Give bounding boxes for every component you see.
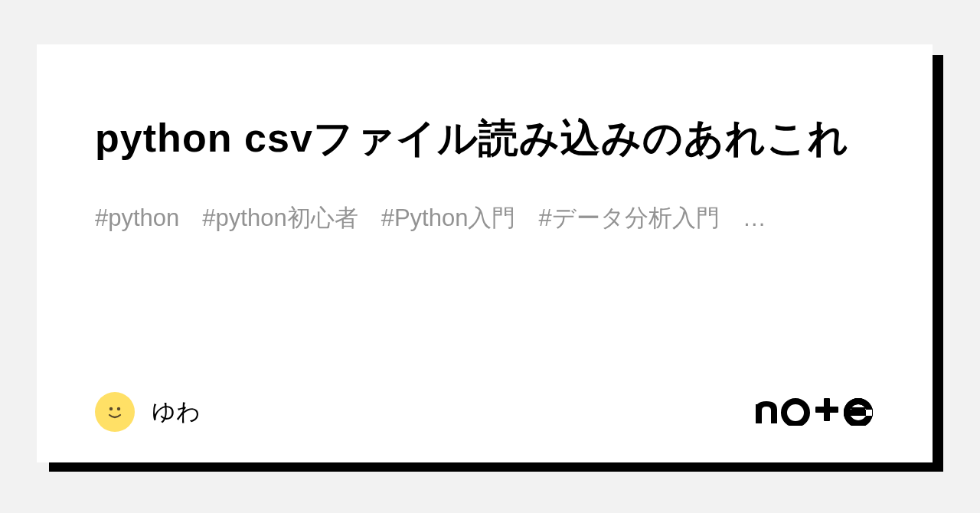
tags-more-icon[interactable]: … — [743, 204, 765, 232]
svg-point-0 — [103, 400, 127, 424]
author-name: ゆわ — [152, 396, 201, 428]
smile-icon — [103, 400, 127, 424]
note-logo[interactable] — [754, 398, 874, 426]
tag-python-intro[interactable]: #Python入門 — [381, 202, 516, 234]
tag-python-beginner[interactable]: #python初心者 — [202, 202, 358, 234]
tag-data-analysis-intro[interactable]: #データ分析入門 — [538, 202, 719, 234]
author-block[interactable]: ゆわ — [95, 392, 201, 432]
tag-python[interactable]: #python — [95, 204, 179, 232]
tag-list: #python #python初心者 #Python入門 #データ分析入門 … — [95, 202, 874, 234]
card-footer: ゆわ — [95, 392, 874, 432]
svg-point-1 — [109, 407, 113, 410]
svg-rect-8 — [851, 410, 866, 416]
svg-point-3 — [784, 401, 807, 424]
article-card: python csvファイル読み込みのあれこれ #python #python初… — [37, 44, 933, 462]
svg-point-2 — [117, 407, 120, 410]
author-avatar — [95, 392, 135, 432]
article-title: python csvファイル読み込みのあれこれ — [95, 101, 874, 175]
svg-rect-5 — [815, 407, 838, 413]
